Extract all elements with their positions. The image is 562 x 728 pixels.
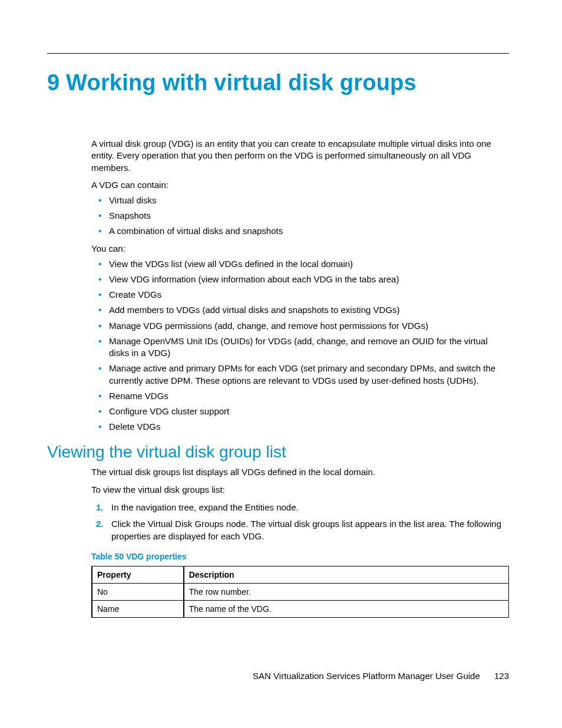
table-header-description: Description — [184, 566, 509, 583]
list-item: Add members to VDGs (add virtual disks a… — [91, 304, 509, 316]
table-cell-description: The row number. — [184, 583, 509, 600]
step-item: In the navigation tree, expand the Entit… — [91, 502, 509, 513]
list-item: Manage OpenVMS Unit IDs (OUIDs) for VDGs… — [91, 335, 509, 360]
section-paragraph-1: The virtual disk groups list displays al… — [91, 466, 509, 478]
section-paragraph-2: To view the virtual disk groups list: — [91, 484, 509, 496]
vdg-properties-table: Property Description No The row number. … — [91, 566, 509, 618]
table-cell-description: The name of the VDG. — [184, 600, 509, 617]
intro-subhead-contain: A VDG can contain: — [91, 180, 509, 190]
list-item: A combination of virtual disks and snaps… — [91, 225, 509, 237]
table-cell-property: No — [92, 583, 184, 600]
table-cell-property: Name — [92, 600, 184, 617]
step-item: Click the Virtual Disk Groups node. The … — [91, 518, 509, 542]
table-header-row: Property Description — [92, 566, 509, 583]
footer-page-number: 123 — [494, 671, 509, 681]
table-header-property: Property — [92, 566, 184, 583]
contain-list: Virtual disks Snapshots A combination of… — [91, 195, 509, 238]
chapter-title: 9 Working with virtual disk groups — [47, 70, 509, 95]
list-item: Virtual disks — [91, 195, 509, 206]
list-item: Manage active and primary DPMs for each … — [91, 363, 509, 387]
table-row: No The row number. — [92, 583, 509, 600]
list-item: Configure VDG cluster support — [91, 406, 509, 417]
page-footer: SAN Virtualization Services Platform Man… — [253, 671, 509, 681]
list-item: Manage VDG permissions (add, change, and… — [91, 320, 509, 332]
table-row: Name The name of the VDG. — [92, 600, 509, 617]
list-item: Create VDGs — [91, 289, 509, 301]
list-item: Rename VDGs — [91, 390, 509, 402]
intro-paragraph-1: A virtual disk group (VDG) is an entity … — [91, 138, 509, 174]
horizontal-rule — [47, 53, 509, 54]
youcan-list: View the VDGs list (view all VDGs define… — [91, 258, 509, 433]
section-title: Viewing the virtual disk group list — [47, 443, 509, 462]
list-item: View VDG information (view information a… — [91, 274, 509, 285]
footer-doc-title: SAN Virtualization Services Platform Man… — [253, 671, 480, 681]
list-item: Snapshots — [91, 210, 509, 222]
steps-list: In the navigation tree, expand the Entit… — [91, 502, 509, 542]
list-item: View the VDGs list (view all VDGs define… — [91, 258, 509, 270]
table-caption: Table 50 VDG properties — [91, 552, 509, 561]
list-item: Delete VDGs — [91, 421, 509, 433]
intro-subhead-youcan: You can: — [91, 243, 509, 253]
